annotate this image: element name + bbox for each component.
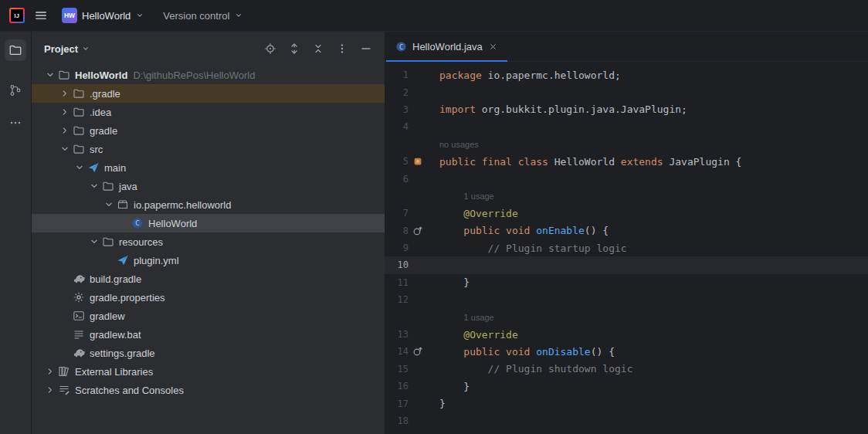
- code-line-1[interactable]: 1package io.papermc.helloworld;: [385, 66, 868, 83]
- chevron-down-icon[interactable]: [87, 236, 101, 248]
- gradle-icon: [72, 273, 86, 285]
- locate-file-button[interactable]: [261, 39, 280, 58]
- code-line-5[interactable]: 5public final class HelloWorld extends J…: [385, 153, 868, 170]
- code-token: public void: [439, 225, 536, 236]
- code-token: public void: [439, 346, 536, 358]
- code-text: 1 usage: [439, 311, 494, 323]
- tree-item-helloworld[interactable]: CHelloWorld: [32, 214, 385, 232]
- code-line-14[interactable]: 14 public void onDisable() {: [385, 343, 868, 360]
- code-line-13[interactable]: 13 @Override: [385, 326, 868, 343]
- code-line-9[interactable]: 9 // Plugin startup logic: [385, 239, 868, 256]
- hamburger-menu-icon[interactable]: [34, 8, 48, 22]
- line-number: 18: [385, 415, 409, 426]
- tree-item-gradle-properties[interactable]: gradle.properties: [32, 288, 385, 307]
- line-number: 6: [385, 174, 409, 185]
- code-line-16[interactable]: 16 }: [385, 378, 868, 395]
- tree-item-path: D:\githubRePos\HelloWorld: [133, 70, 255, 81]
- tree-item-scratches-and-consoles[interactable]: Scratches and Consoles: [32, 381, 385, 399]
- tree-item-plugin-yml[interactable]: plugin.yml: [32, 251, 385, 270]
- inlay-hint-row[interactable]: 1 usage: [385, 308, 868, 325]
- tree-item-java[interactable]: java: [32, 177, 385, 195]
- line-number: 1: [385, 70, 409, 80]
- gutter[interactable]: [409, 225, 427, 236]
- chevron-right-icon[interactable]: [43, 384, 57, 396]
- tree-item-gradlew-bat[interactable]: gradlew.bat: [32, 325, 385, 344]
- collapse-all-button[interactable]: [309, 39, 327, 58]
- project-panel-header: Project: [32, 32, 385, 66]
- tree-item-label: External Libraries: [75, 366, 153, 378]
- code-line-8[interactable]: 8 public void onEnable() {: [385, 222, 868, 239]
- tree-item-label: HelloWorld: [148, 218, 197, 229]
- tab-title: HelloWorld.java: [412, 41, 483, 53]
- tree-item-settings-gradle[interactable]: settings.gradle: [32, 344, 385, 362]
- tree-item-gradlew[interactable]: gradlew: [32, 307, 385, 325]
- chevron-down-icon[interactable]: [58, 143, 72, 155]
- code-line-6[interactable]: 6: [385, 170, 868, 187]
- usage-hint[interactable]: no usages: [439, 140, 479, 149]
- code-line-4[interactable]: 4: [385, 118, 868, 135]
- code-token: extends: [621, 156, 663, 168]
- tree-item-gradle[interactable]: gradle: [32, 121, 385, 140]
- project-badge: HW: [62, 8, 77, 23]
- hide-panel-button[interactable]: [357, 39, 375, 58]
- code-line-15[interactable]: 15 // Plugin shutdown logic: [385, 361, 868, 378]
- code-line-17[interactable]: 17}: [385, 395, 868, 412]
- folder-icon: [72, 87, 86, 100]
- inlay-hint-row[interactable]: no usages: [385, 136, 868, 153]
- project-toolbar: [261, 39, 375, 58]
- intellij-logo-icon[interactable]: IJ: [9, 8, 25, 23]
- titlebar: IJ HW HelloWorld Version control: [0, 0, 868, 32]
- chevron-right-icon[interactable]: [58, 124, 72, 137]
- tool-window-button-structure[interactable]: [5, 80, 26, 101]
- tree-item-main[interactable]: main: [32, 158, 385, 177]
- chevron-right-icon[interactable]: [58, 106, 72, 118]
- tree-item--gradle[interactable]: .gradle: [32, 84, 385, 103]
- chevron-down-icon[interactable]: [73, 161, 86, 174]
- code-line-12[interactable]: 12: [385, 291, 868, 308]
- tree-item-helloworld[interactable]: HelloWorldD:\githubRePos\HelloWorld: [32, 66, 385, 84]
- structure-icon: [8, 83, 22, 97]
- code-text: @Override: [439, 329, 518, 341]
- code-token: onDisable: [536, 346, 590, 358]
- console-bat-icon: [72, 328, 86, 341]
- gutter[interactable]: [409, 156, 427, 167]
- code-text: }: [439, 276, 470, 288]
- close-tab-icon[interactable]: [488, 42, 498, 52]
- chevron-down-icon[interactable]: [87, 180, 101, 192]
- tree-item--idea[interactable]: .idea: [32, 103, 385, 121]
- usage-hint[interactable]: 1 usage: [464, 313, 494, 322]
- inlay-hint-row[interactable]: 1 usage: [385, 188, 868, 205]
- code-text: no usages: [439, 138, 479, 150]
- chevron-down-icon[interactable]: [43, 69, 57, 81]
- code-line-2[interactable]: 2: [385, 83, 868, 100]
- tree-item-resources[interactable]: resources: [32, 232, 385, 251]
- code-line-11[interactable]: 11 }: [385, 274, 868, 291]
- version-control-menu[interactable]: Version control: [158, 7, 248, 25]
- tree-item-io-papermc-helloworld[interactable]: io.papermc.helloworld: [32, 195, 385, 214]
- gradle-icon: [72, 347, 86, 359]
- main-area: Project HelloWorldD:\githubRePos\HelloWo…: [0, 32, 868, 434]
- project-view-selector[interactable]: Project: [44, 43, 90, 55]
- project-selector[interactable]: HW HelloWorld: [57, 5, 149, 26]
- code-line-18[interactable]: 18: [385, 412, 868, 429]
- code-area[interactable]: 1package io.papermc.helloworld;23import …: [385, 62, 868, 434]
- tab-helloworld-java[interactable]: C HelloWorld.java: [386, 32, 507, 61]
- tree-item-build-gradle[interactable]: build.gradle: [32, 270, 385, 288]
- code-line-3[interactable]: 3import org.bukkit.plugin.java.JavaPlugi…: [385, 101, 868, 118]
- tool-window-button-more-tool-windows[interactable]: [5, 112, 26, 134]
- code-line-10[interactable]: 10: [385, 256, 868, 273]
- chevron-right-icon[interactable]: [43, 365, 57, 378]
- tool-window-button-project[interactable]: [5, 39, 26, 61]
- chevron-down-icon[interactable]: [102, 198, 116, 211]
- code-token: public final class: [439, 156, 548, 168]
- usage-hint[interactable]: 1 usage: [464, 192, 494, 201]
- line-number: 4: [385, 121, 409, 132]
- chevron-right-icon[interactable]: [58, 87, 72, 100]
- more-options-button[interactable]: [333, 39, 351, 58]
- code-line-7[interactable]: 7 @Override: [385, 205, 868, 222]
- code-token: @Override: [439, 329, 518, 341]
- tree-item-external-libraries[interactable]: External Libraries: [32, 362, 385, 381]
- gutter[interactable]: [409, 346, 427, 357]
- expand-all-button[interactable]: [285, 39, 303, 58]
- tree-item-src[interactable]: src: [32, 140, 385, 158]
